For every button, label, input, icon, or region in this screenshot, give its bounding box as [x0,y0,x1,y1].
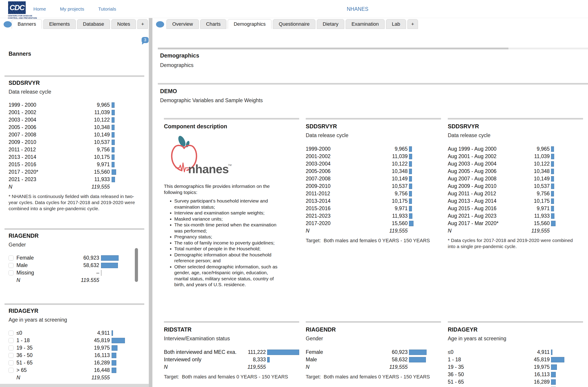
tab-add[interactable]: + [137,19,148,29]
tab-dietary[interactable]: Dietary [317,19,344,29]
data-row: 19 - 3519,975 [9,344,144,352]
bar-cell [408,176,441,182]
nav-link-home[interactable]: Home [33,6,46,12]
card-ridstatr: RIDSTATR Interview/Examination status Bo… [164,321,299,380]
list-item: Pregnancy status; [174,234,278,240]
value-bar [409,146,412,152]
cdc-logo[interactable]: CDC [8,1,26,14]
tab-overview[interactable]: Overview [166,19,199,29]
bar-cell [110,169,144,175]
data-row: 2009-201010,537 [306,182,441,190]
row-label: 51 - 65 [448,379,520,385]
checkbox[interactable] [9,270,14,275]
bar-cell [110,140,144,145]
data-row: 2007-200810,149 [306,175,441,182]
checkbox[interactable] [9,353,14,358]
total-row: N119,555 [306,363,441,371]
value-bar [409,161,412,167]
value-bar [112,102,115,108]
tab-add[interactable]: + [407,19,418,29]
row-label: Aug 1999 - Aug 2000 [448,146,520,152]
data-row: 1 - 1845,819 [448,356,583,363]
tab-notes[interactable]: Notes [111,19,136,29]
value-bar [112,147,115,152]
tab-lab[interactable]: Lab [386,19,406,29]
data-row: Both interviewed and MEC exa...111,222 [164,348,299,356]
variable-code: RIDAGEYR [448,326,583,333]
checkbox[interactable] [9,331,14,336]
row-value: 111,222 [236,349,266,355]
list-item: Survey participant’s household interview… [174,198,278,210]
row-label: 1999-2000 [306,146,378,152]
list-item: The ratio of family income to poverty gu… [174,240,278,246]
bar-cell [110,177,144,182]
tab-database[interactable]: Database [77,19,110,29]
value-bar [551,161,554,167]
tab-examination[interactable]: Examination [346,19,385,29]
row-label: N [9,184,81,190]
bar-cell [550,379,583,385]
checkbox[interactable] [9,263,14,268]
left-panel-title: Banners [9,50,31,57]
data-row: 2005-200610,348 [306,168,441,175]
tab-questionnaire[interactable]: Questionnaire [273,19,315,29]
value-bar [551,198,554,204]
bar-cell [550,191,583,196]
bar-cell [110,110,144,115]
data-row: Aug 2007 - Aug 200810,149 [448,175,583,182]
tab-demographics[interactable]: Demographics [228,19,272,29]
value-bar [551,372,556,377]
panel-divider-scrollbar[interactable] [149,18,152,387]
variable-code: RIAGENDR [9,232,144,239]
row-value: 9,971 [81,161,110,168]
card-sddsrvyr-aug: SDDSRVYR Data release cycle Aug 1999 - A… [448,118,583,249]
row-label: Female [306,349,378,355]
row-label: N [17,375,81,381]
row-label: N [306,228,378,234]
bar-cell [408,191,441,196]
tab-charts[interactable]: Charts [200,19,227,29]
row-value: 9,965 [378,146,408,152]
footnote: * Data cycles for 2017-2018 and 2019-202… [448,237,573,249]
checkbox[interactable] [9,360,14,365]
nav-link-my-projects[interactable]: My projects [60,6,84,12]
tab-banners[interactable]: Banners [12,19,42,29]
value-bar [112,125,115,130]
bar-cell [408,221,441,226]
row-value: 58,632 [70,262,99,268]
nav-link-tutorials[interactable]: Tutorials [98,6,116,12]
value-rows: 1999-20009,9652001-200211,0392003-200410… [306,145,441,235]
data-row: Female60,923 [9,254,144,262]
left-panel-horizontal-scrollbar[interactable] [0,384,149,387]
checkbox[interactable] [9,368,14,373]
row-label: Aug 2007 - Aug 2008 [448,176,520,182]
value-bar [409,350,427,355]
row-value: 10,537 [520,183,550,189]
divider [448,321,583,323]
bar-cell [99,255,144,261]
checkbox[interactable] [9,256,14,260]
row-label: Male [306,357,378,363]
row-value: 4,911 [520,349,550,355]
row-label: 2015 - 2016 [9,161,81,168]
list-item: Interview and examination sample weights… [174,210,278,216]
list-item: Other selected demographic information, … [174,264,278,288]
value-bar [112,353,116,358]
divider [306,118,441,120]
row-label: 1999 - 2000 [9,102,81,108]
bar-cell [550,146,583,152]
card-sddsrvyr-cycle: SDDSRVYR Data release cycle 1999-20009,9… [306,118,441,244]
checkbox[interactable] [9,338,14,343]
value-rows: Aug 1999 - Aug 20009,965Aug 2001 - Aug 2… [448,145,583,235]
bar-cell [110,353,144,358]
value-bar [112,368,116,373]
row-label: 2005-2006 [306,168,378,174]
row-value: 16,289 [81,360,110,366]
bar-cell [550,350,583,355]
checkbox[interactable] [9,345,14,350]
bar-cell [110,125,144,130]
tab-elements[interactable]: Elements [43,19,76,29]
data-row: Aug 1999 - Aug 20009,965 [448,145,583,153]
main-panel-horizontal-scrollbar-thumb[interactable] [158,48,508,49]
notification-badge[interactable]: 3 [142,37,148,43]
